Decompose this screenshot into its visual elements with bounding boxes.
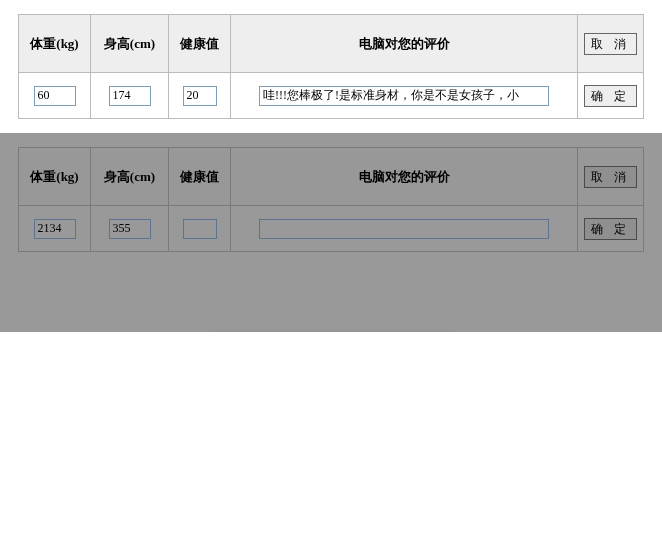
height-input[interactable]: [109, 86, 151, 106]
header-weight: 体重(kg): [19, 15, 91, 73]
header-cancel-cell: 取 消: [578, 15, 644, 73]
header-eval: 电脑对您的评价: [231, 15, 578, 73]
eval-output[interactable]: [259, 86, 549, 106]
confirm-button[interactable]: 确 定: [584, 85, 637, 107]
weight-input[interactable]: [34, 86, 76, 106]
health-input[interactable]: [183, 86, 217, 106]
weight-input[interactable]: [34, 219, 76, 239]
header-eval: 电脑对您的评价: [231, 148, 578, 206]
confirm-button[interactable]: 确 定: [584, 218, 637, 240]
form-section-2: 体重(kg) 身高(cm) 健康值 电脑对您的评价 取 消 确 定 老河生产的这…: [0, 133, 662, 332]
header-health: 健康值: [169, 15, 231, 73]
health-input[interactable]: [183, 219, 217, 239]
header-health: 健康值: [169, 148, 231, 206]
form-table-2: 体重(kg) 身高(cm) 健康值 电脑对您的评价 取 消 确 定: [18, 147, 644, 252]
eval-output[interactable]: [259, 219, 549, 239]
header-height: 身高(cm): [91, 15, 169, 73]
header-weight: 体重(kg): [19, 148, 91, 206]
height-input[interactable]: [109, 219, 151, 239]
form-table-1: 体重(kg) 身高(cm) 健康值 电脑对您的评价 取 消 确 定: [18, 14, 644, 119]
form-section-1: 体重(kg) 身高(cm) 健康值 电脑对您的评价 取 消 确 定: [0, 0, 662, 133]
cancel-button[interactable]: 取 消: [584, 166, 637, 188]
header-height: 身高(cm): [91, 148, 169, 206]
header-cancel-cell: 取 消: [578, 148, 644, 206]
cancel-button[interactable]: 取 消: [584, 33, 637, 55]
